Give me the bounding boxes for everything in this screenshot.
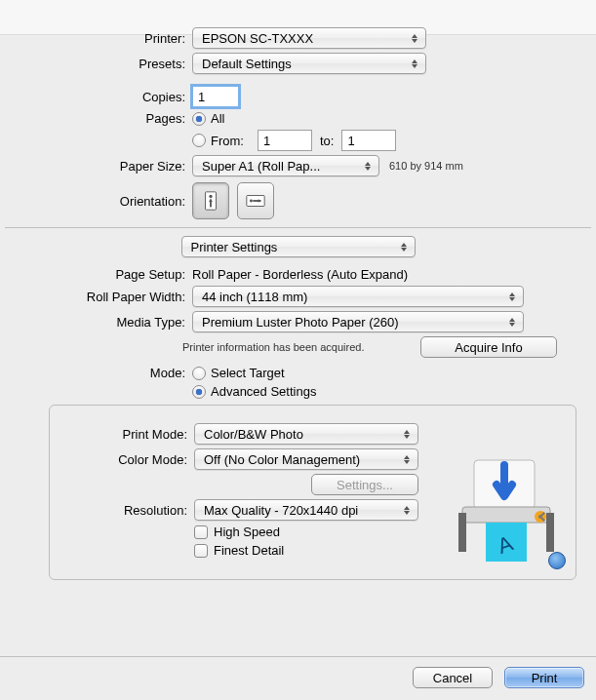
printer-icon: A <box>457 450 564 567</box>
page-setup-label: Page Setup: <box>0 267 192 282</box>
resolution-value: Max Quality - 720x1440 dpi <box>204 503 358 518</box>
chevron-updown-icon <box>400 455 414 464</box>
pages-to-label: to: <box>320 134 334 148</box>
mode-select-target-label: Select Target <box>211 366 285 380</box>
presets-label: Presets: <box>0 57 192 71</box>
portrait-icon <box>200 190 221 212</box>
svg-point-1 <box>209 195 212 198</box>
high-speed-label: High Speed <box>214 525 280 539</box>
pages-all-label: All <box>211 111 224 126</box>
dialog-footer: Cancel Print <box>0 656 596 700</box>
svg-rect-2 <box>210 202 212 208</box>
landscape-icon <box>245 190 266 212</box>
resolution-label: Resolution: <box>60 503 194 518</box>
copies-input[interactable] <box>192 86 239 107</box>
finest-detail-checkbox[interactable]: Finest Detail <box>194 543 284 558</box>
advanced-settings-group: Print Mode: Color/B&W Photo Color Mode: … <box>49 405 576 580</box>
media-type-label: Media Type: <box>0 315 192 330</box>
mode-advanced-label: Advanced Settings <box>211 384 316 399</box>
panel-select-value: Printer Settings <box>191 240 278 254</box>
radio-icon <box>192 367 206 380</box>
media-type-select[interactable]: Premium Luster Photo Paper (260) <box>192 311 524 332</box>
pages-label: Pages: <box>0 111 192 126</box>
paper-size-dims: 610 by 914 mm <box>389 160 463 172</box>
mode-advanced-radio[interactable]: Advanced Settings <box>192 384 316 399</box>
print-mode-label: Print Mode: <box>60 427 194 442</box>
roll-width-value: 44 inch (1118 mm) <box>202 290 307 304</box>
svg-rect-9 <box>546 513 554 552</box>
paper-size-select[interactable]: Super A1 (Roll Pap... <box>192 155 379 176</box>
chevron-updown-icon <box>397 243 411 252</box>
finest-detail-label: Finest Detail <box>214 543 284 558</box>
svg-rect-8 <box>458 513 466 552</box>
orientation-landscape-button[interactable] <box>237 182 274 219</box>
media-type-value: Premium Luster Photo Paper (260) <box>202 315 399 330</box>
chevron-updown-icon <box>361 162 375 171</box>
resolution-select[interactable]: Max Quality - 720x1440 dpi <box>194 499 418 521</box>
pages-from-radio[interactable]: From: <box>192 134 244 148</box>
radio-icon <box>192 112 206 126</box>
printer-select[interactable]: EPSON SC-TXXXX <box>192 27 426 49</box>
presets-select[interactable]: Default Settings <box>192 53 426 74</box>
orientation-portrait-button[interactable] <box>192 182 229 219</box>
presets-select-value: Default Settings <box>202 57 292 71</box>
cancel-button[interactable]: Cancel <box>413 667 493 688</box>
chevron-updown-icon <box>408 34 421 43</box>
status-badge-icon <box>548 552 566 569</box>
pages-all-radio[interactable]: All <box>192 111 224 126</box>
chevron-updown-icon <box>408 59 421 68</box>
radio-icon <box>192 134 206 147</box>
color-mode-select[interactable]: Off (No Color Management) <box>194 448 418 470</box>
printer-info-text: Printer information has been acquired. <box>182 341 365 353</box>
checkbox-icon <box>194 544 208 558</box>
high-speed-checkbox[interactable]: High Speed <box>194 525 280 539</box>
orientation-label: Orientation: <box>0 194 192 209</box>
print-button[interactable]: Print <box>504 667 584 688</box>
chevron-updown-icon <box>505 292 519 301</box>
pages-to-input[interactable] <box>341 130 396 151</box>
color-mode-value: Off (No Color Management) <box>204 452 360 467</box>
pages-from-input[interactable] <box>258 130 312 151</box>
pages-from-label: From: <box>211 134 244 148</box>
color-mode-label: Color Mode: <box>60 452 194 467</box>
mode-select-target-radio[interactable]: Select Target <box>192 366 285 380</box>
chevron-updown-icon <box>400 430 414 439</box>
svg-point-4 <box>250 200 253 203</box>
printer-select-value: EPSON SC-TXXXX <box>202 31 313 46</box>
printer-label: Printer: <box>0 31 192 46</box>
page-setup-value: Roll Paper - Borderless (Auto Expand) <box>192 267 408 282</box>
color-settings-button[interactable]: Settings... <box>311 474 418 495</box>
copies-label: Copies: <box>0 90 192 104</box>
chevron-updown-icon <box>505 318 519 327</box>
printer-illustration: A <box>457 450 564 567</box>
radio-icon <box>192 385 206 399</box>
chevron-updown-icon <box>400 506 414 515</box>
paper-size-value: Super A1 (Roll Pap... <box>202 159 320 174</box>
checkbox-icon <box>194 525 208 539</box>
roll-width-select[interactable]: 44 inch (1118 mm) <box>192 286 524 307</box>
mode-label: Mode: <box>0 366 192 380</box>
roll-width-label: Roll Paper Width: <box>0 290 192 304</box>
paper-size-label: Paper Size: <box>0 159 192 174</box>
print-mode-value: Color/B&W Photo <box>204 427 303 442</box>
print-mode-select[interactable]: Color/B&W Photo <box>194 423 418 445</box>
panel-select[interactable]: Printer Settings <box>181 236 416 257</box>
acquire-info-button[interactable]: Acquire Info <box>420 336 557 358</box>
